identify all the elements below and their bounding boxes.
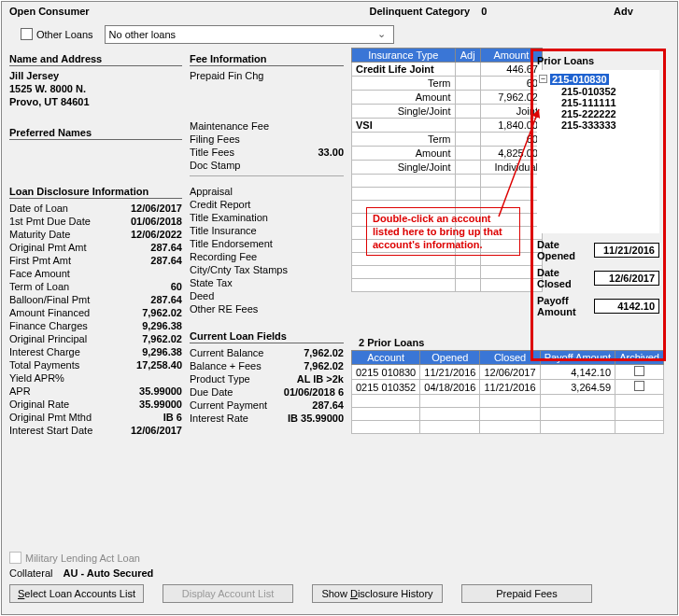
loan-disclosure-title: Loan Disclosure Information	[9, 186, 182, 199]
date-opened-label: Date Opened	[537, 239, 594, 261]
insurance-row: Credit Life Joint446.67	[352, 63, 543, 77]
insurance-row: Term60	[352, 77, 543, 91]
collateral-value: AU - Auto Secured	[64, 567, 154, 579]
fee-info-title: Fee Information	[190, 53, 344, 66]
fee-row: Filing Fees	[190, 133, 344, 146]
archived-checkbox[interactable]	[634, 366, 644, 376]
loan-disclosure-row: Amount Financed7,962.02	[9, 306, 182, 319]
loan-disclosure-row: Original Pmt MthdIB 6	[9, 411, 182, 424]
insurance-header[interactable]: Adj	[455, 49, 480, 63]
loan-disclosure-row: Face Amount	[9, 267, 182, 280]
insurance-row: Amount7,962.02	[352, 91, 543, 105]
window-title: Open Consumer	[9, 6, 243, 17]
select-loan-accounts-button[interactable]: Select Loan Accounts List	[9, 584, 144, 603]
address-line2: Provo, UT 84601	[9, 95, 182, 108]
loan-disclosure-row: Date of Loan12/06/2017	[9, 202, 182, 215]
loan-disclosure-row: Interest Start Date12/06/2017	[9, 424, 182, 437]
tree-root-selected[interactable]: 215-010830	[550, 74, 609, 85]
insurance-header[interactable]: Insurance Type	[352, 49, 456, 63]
fee-row: Current Payment287.64	[190, 399, 344, 412]
show-disclosure-history-button[interactable]: Show Disclosure History	[312, 584, 443, 603]
loan-disclosure-row: Total Payments17,258.40	[9, 358, 182, 371]
fee-row: Appraisal	[190, 185, 344, 198]
loan-disclosure-row: Yield APR%	[9, 371, 182, 385]
fee-row: Interest RateIB 35.99000	[190, 412, 344, 425]
fee-row: Current Balance7,962.02	[190, 346, 344, 359]
fee-row: Balance + Fees7,962.02	[190, 359, 344, 372]
insurance-row: Term60	[352, 133, 543, 147]
tree-child[interactable]: 215-333333	[539, 119, 658, 131]
tree-collapse-icon[interactable]: −	[539, 75, 547, 83]
military-lending-label: Military Lending Act Loan	[25, 553, 140, 564]
fee-row: Doc Stamp	[190, 159, 344, 172]
insurance-row: Single/JointJoint	[352, 105, 543, 119]
loan-disclosure-row: 1st Pmt Due Date01/06/2018	[9, 215, 182, 228]
fee-row: State Tax	[190, 276, 344, 289]
other-loans-label: Other Loans	[36, 29, 93, 40]
current-loan-title: Current Loan Fields	[190, 330, 344, 343]
adv-label: Adv	[614, 6, 670, 17]
prior-grid-row[interactable]: 0215 01083011/21/201612/06/20174,142.10	[352, 365, 664, 380]
tree-child[interactable]: 215-010352	[539, 86, 658, 97]
loan-disclosure-row: Original Principal7,962.02	[9, 332, 182, 345]
insurance-row: VSI1,840.00	[352, 119, 543, 133]
tree-child[interactable]: 215-222222	[539, 108, 658, 119]
instruction-callout: Double-click an account listed here to b…	[366, 207, 520, 256]
prior-loans-title: Prior Loans	[537, 55, 659, 66]
fee-row: Credit Report	[190, 198, 344, 211]
loan-disclosure-row: Balloon/Final Pmt287.64	[9, 293, 182, 306]
archived-checkbox[interactable]	[634, 381, 644, 391]
other-loans-checkbox[interactable]	[21, 28, 33, 40]
prior-grid-row[interactable]: 0215 01035204/18/201611/21/20163,264.59	[352, 380, 664, 395]
prior-grid-header[interactable]: Opened	[420, 351, 480, 365]
other-loans-dropdown[interactable]: No other loans ⌄	[105, 25, 394, 44]
date-closed-value: 12/6/2017	[594, 271, 659, 286]
loan-disclosure-row: Maturity Date12/06/2022	[9, 228, 182, 241]
loan-disclosure-row: Original Pmt Amt287.64	[9, 241, 182, 254]
payoff-amount-value: 4142.10	[594, 299, 659, 314]
fee-row: Deed	[190, 289, 344, 302]
military-lending-checkbox	[9, 552, 21, 564]
fee-row: Title Insurance	[190, 224, 344, 237]
fee-row: Due Date01/06/2018 6	[190, 385, 344, 399]
insurance-row: Single/JointIndividual	[352, 161, 543, 175]
payoff-amount-label: Payoff Amount	[537, 295, 594, 317]
preferred-names-title: Preferred Names	[9, 127, 182, 140]
fee-row: Maintenance Fee	[190, 119, 344, 133]
loan-disclosure-row: First Pmt Amt287.64	[9, 254, 182, 267]
fee-row: Title Examination	[190, 211, 344, 224]
fee-row: City/Cnty Tax Stamps	[190, 263, 344, 276]
name-address-title: Name and Address	[9, 53, 182, 66]
prior-loans-tree[interactable]: − 215-010830 215-010352215-111111215-222…	[537, 70, 659, 233]
fee-row: Title Endorsement	[190, 237, 344, 250]
prior-loans-panel: Prior Loans − 215-010830 215-010352215-1…	[530, 49, 666, 361]
prepaid-fees-button[interactable]: Prepaid Fees	[461, 584, 592, 603]
date-opened-value: 11/21/2016	[594, 243, 659, 258]
fee-row: Prepaid Fin Chg	[190, 69, 344, 82]
collateral-label: Collateral	[9, 567, 52, 579]
loan-disclosure-row: Term of Loan60	[9, 280, 182, 293]
fee-row: Product TypeAL IB >2k	[190, 372, 344, 385]
delinquent-category: Delinquent Category 0	[243, 6, 614, 17]
insurance-row: Amount4,825.00	[352, 147, 543, 161]
address-line1: 1525 W. 8000 N.	[9, 82, 182, 95]
chevron-down-icon: ⌄	[375, 28, 389, 40]
fee-row: Title Fees33.00	[190, 146, 344, 159]
tree-child[interactable]: 215-111111	[539, 97, 658, 108]
loan-disclosure-row: Interest Charge9,296.38	[9, 345, 182, 358]
customer-name: Jill Jersey	[9, 69, 182, 82]
prior-grid-header[interactable]: Account	[352, 351, 420, 365]
prior-loans-grid[interactable]: AccountOpenedClosedPayoff AmountArchived…	[351, 350, 664, 434]
date-closed-label: Date Closed	[537, 267, 594, 289]
loan-disclosure-row: Original Rate35.99000	[9, 398, 182, 411]
fee-row: Recording Fee	[190, 250, 344, 263]
fee-row: Other RE Fees	[190, 302, 344, 315]
loan-disclosure-row: Finance Charges9,296.38	[9, 319, 182, 332]
loan-disclosure-row: APR35.99000	[9, 385, 182, 398]
display-account-list-button: Display Account List	[163, 584, 293, 603]
